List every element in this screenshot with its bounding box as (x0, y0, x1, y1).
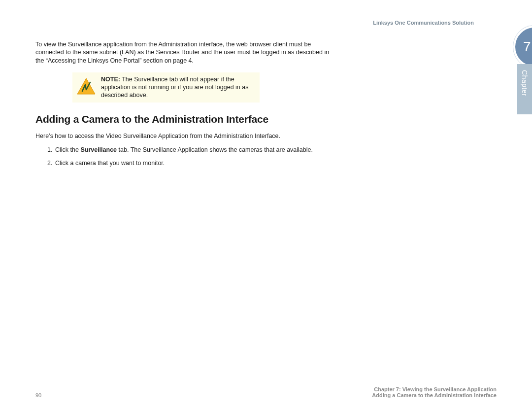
footer-chapter-title: Chapter 7: Viewing the Surveillance Appl… (372, 386, 497, 392)
footer-section-title: Adding a Camera to the Administration In… (372, 392, 497, 398)
footer-right: Chapter 7: Viewing the Surveillance Appl… (372, 386, 497, 398)
chapter-number-badge: 7 (513, 26, 532, 68)
footer-page-number: 90 (35, 392, 41, 398)
step1-suffix: tab. The Surveillance Application shows … (117, 146, 313, 153)
page-footer: 90 Chapter 7: Viewing the Surveillance A… (35, 386, 497, 398)
access-intro: Here’s how to access the Video Surveilla… (35, 132, 336, 140)
document-page: Linksys One Communications Solution 7 Ch… (0, 0, 532, 411)
header-brandline: Linksys One Communications Solution (373, 20, 474, 26)
step-item-2: Click a camera that you want to monitor. (54, 159, 336, 167)
chapter-number: 7 (523, 39, 531, 55)
note-body: The Surveillance tab will not appear if … (101, 76, 249, 99)
intro-paragraph: To view the Surveillance application fro… (35, 40, 336, 65)
step-list: Click the Surveillance tab. The Surveill… (35, 146, 336, 167)
chapter-label: Chapter (521, 70, 529, 96)
step1-prefix: Click the (55, 146, 80, 153)
warning-icon (75, 75, 97, 95)
chapter-tab-bar: Chapter (517, 64, 532, 114)
step1-bold: Surveillance (80, 146, 117, 153)
note-label: NOTE: (101, 76, 120, 83)
main-content: To view the Surveillance application fro… (35, 40, 336, 167)
step-item-1: Click the Surveillance tab. The Surveill… (54, 146, 336, 154)
section-heading: Adding a Camera to the Administration In… (35, 113, 336, 125)
svg-marker-0 (77, 78, 95, 94)
note-block: NOTE: The Surveillance tab will not appe… (72, 72, 260, 103)
note-text: NOTE: The Surveillance tab will not appe… (101, 75, 255, 100)
